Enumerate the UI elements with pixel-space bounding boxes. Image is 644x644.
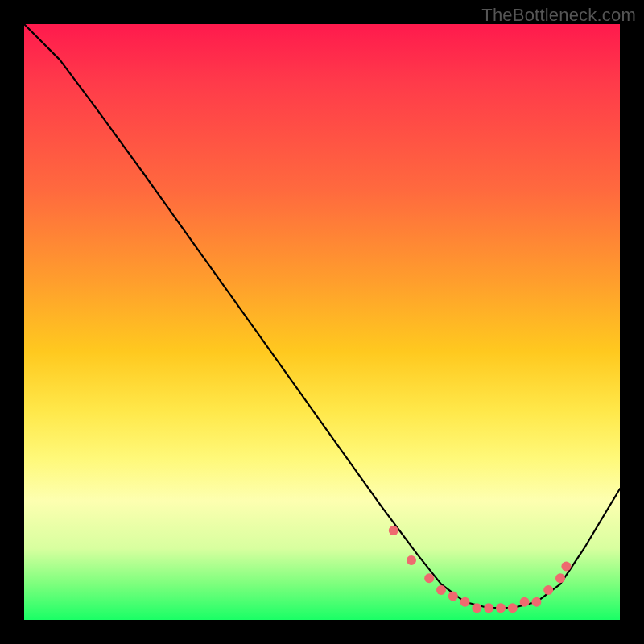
marker-dot (424, 573, 434, 583)
marker-dot (484, 603, 493, 613)
marker-dot (448, 591, 458, 601)
bottleneck-curve (24, 24, 620, 608)
marker-dot (508, 603, 518, 613)
plot-area (24, 24, 620, 620)
marker-dot (407, 555, 416, 565)
watermark-text: TheBottleneck.com (481, 5, 636, 26)
marker-dot (520, 597, 530, 607)
marker-dot (436, 585, 446, 595)
marker-dot (496, 603, 506, 613)
chart-frame: TheBottleneck.com (0, 0, 644, 644)
marker-dot (561, 561, 571, 571)
marker-dot (531, 597, 541, 607)
marker-dot (389, 526, 398, 535)
marker-dot (472, 603, 481, 613)
marker-dot (460, 597, 470, 607)
marker-dot (543, 585, 553, 595)
marker-dots (389, 526, 572, 613)
marker-dot (555, 573, 565, 583)
chart-svg (24, 24, 620, 620)
